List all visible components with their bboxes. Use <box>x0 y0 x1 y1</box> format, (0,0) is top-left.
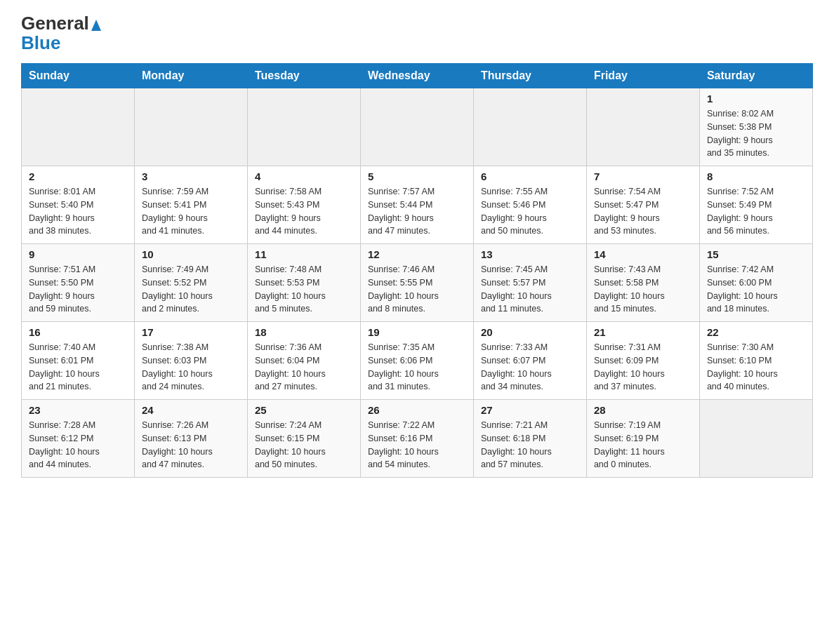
day-number: 6 <box>481 170 579 182</box>
day-number: 2 <box>29 170 127 182</box>
day-info: Sunrise: 7:36 AMSunset: 6:04 PMDaylight:… <box>255 341 353 394</box>
day-info: Sunrise: 7:33 AMSunset: 6:07 PMDaylight:… <box>481 341 579 394</box>
day-number: 7 <box>594 170 692 182</box>
weekday-header-thursday: Thursday <box>473 64 586 88</box>
day-number: 1 <box>707 93 805 105</box>
day-info: Sunrise: 7:22 AMSunset: 6:16 PMDaylight:… <box>368 419 466 471</box>
day-info: Sunrise: 7:24 AMSunset: 6:15 PMDaylight:… <box>255 419 353 471</box>
day-info: Sunrise: 7:46 AMSunset: 5:55 PMDaylight:… <box>368 263 466 316</box>
calendar-cell: 9Sunrise: 7:51 AMSunset: 5:50 PMDaylight… <box>22 244 135 322</box>
calendar-cell: 19Sunrise: 7:35 AMSunset: 6:06 PMDayligh… <box>360 322 473 400</box>
day-number: 22 <box>707 326 805 338</box>
day-info: Sunrise: 7:48 AMSunset: 5:53 PMDaylight:… <box>255 263 353 316</box>
day-number: 18 <box>255 326 353 338</box>
day-number: 21 <box>594 326 692 338</box>
day-info: Sunrise: 7:38 AMSunset: 6:03 PMDaylight:… <box>142 341 240 394</box>
day-number: 28 <box>594 404 692 416</box>
day-info: Sunrise: 7:59 AMSunset: 5:41 PMDaylight:… <box>142 185 240 238</box>
day-number: 10 <box>142 248 240 260</box>
calendar-cell <box>22 88 135 166</box>
day-number: 15 <box>707 248 805 260</box>
logo-general-text: General <box>21 14 101 34</box>
calendar-cell <box>586 88 699 166</box>
calendar-cell: 28Sunrise: 7:19 AMSunset: 6:19 PMDayligh… <box>586 400 699 478</box>
weekday-header-row: SundayMondayTuesdayWednesdayThursdayFrid… <box>22 64 813 88</box>
day-number: 20 <box>481 326 579 338</box>
day-number: 27 <box>481 404 579 416</box>
day-number: 24 <box>142 404 240 416</box>
calendar-cell: 14Sunrise: 7:43 AMSunset: 5:58 PMDayligh… <box>586 244 699 322</box>
calendar-cell: 1Sunrise: 8:02 AMSunset: 5:38 PMDaylight… <box>699 88 812 166</box>
calendar-cell <box>473 88 586 166</box>
day-number: 26 <box>368 404 466 416</box>
weekday-header-monday: Monday <box>134 64 247 88</box>
day-info: Sunrise: 7:30 AMSunset: 6:10 PMDaylight:… <box>707 341 805 394</box>
calendar-cell: 8Sunrise: 7:52 AMSunset: 5:49 PMDaylight… <box>699 166 812 244</box>
week-row-5: 23Sunrise: 7:28 AMSunset: 6:12 PMDayligh… <box>22 400 813 478</box>
calendar-cell: 16Sunrise: 7:40 AMSunset: 6:01 PMDayligh… <box>22 322 135 400</box>
calendar-cell: 17Sunrise: 7:38 AMSunset: 6:03 PMDayligh… <box>134 322 247 400</box>
weekday-header-sunday: Sunday <box>22 64 135 88</box>
day-info: Sunrise: 7:35 AMSunset: 6:06 PMDaylight:… <box>368 341 466 394</box>
calendar-cell: 6Sunrise: 7:55 AMSunset: 5:46 PMDaylight… <box>473 166 586 244</box>
weekday-header-wednesday: Wednesday <box>360 64 473 88</box>
day-info: Sunrise: 7:51 AMSunset: 5:50 PMDaylight:… <box>29 263 127 316</box>
calendar-cell: 13Sunrise: 7:45 AMSunset: 5:57 PMDayligh… <box>473 244 586 322</box>
calendar-cell: 4Sunrise: 7:58 AMSunset: 5:43 PMDaylight… <box>247 166 360 244</box>
day-number: 3 <box>142 170 240 182</box>
calendar-cell: 27Sunrise: 7:21 AMSunset: 6:18 PMDayligh… <box>473 400 586 478</box>
day-number: 19 <box>368 326 466 338</box>
day-number: 12 <box>368 248 466 260</box>
calendar-cell: 21Sunrise: 7:31 AMSunset: 6:09 PMDayligh… <box>586 322 699 400</box>
weekday-header-tuesday: Tuesday <box>247 64 360 88</box>
day-info: Sunrise: 7:52 AMSunset: 5:49 PMDaylight:… <box>707 185 805 238</box>
day-number: 16 <box>29 326 127 338</box>
weekday-header-saturday: Saturday <box>699 64 812 88</box>
calendar-cell: 7Sunrise: 7:54 AMSunset: 5:47 PMDaylight… <box>586 166 699 244</box>
week-row-2: 2Sunrise: 8:01 AMSunset: 5:40 PMDaylight… <box>22 166 813 244</box>
day-info: Sunrise: 7:28 AMSunset: 6:12 PMDaylight:… <box>29 419 127 471</box>
calendar-cell <box>699 400 812 478</box>
day-number: 11 <box>255 248 353 260</box>
calendar-cell: 22Sunrise: 7:30 AMSunset: 6:10 PMDayligh… <box>699 322 812 400</box>
day-info: Sunrise: 8:01 AMSunset: 5:40 PMDaylight:… <box>29 185 127 238</box>
day-info: Sunrise: 7:31 AMSunset: 6:09 PMDaylight:… <box>594 341 692 394</box>
day-number: 17 <box>142 326 240 338</box>
day-number: 23 <box>29 404 127 416</box>
weekday-header-friday: Friday <box>586 64 699 88</box>
day-info: Sunrise: 7:45 AMSunset: 5:57 PMDaylight:… <box>481 263 579 316</box>
day-info: Sunrise: 7:26 AMSunset: 6:13 PMDaylight:… <box>142 419 240 471</box>
day-info: Sunrise: 7:40 AMSunset: 6:01 PMDaylight:… <box>29 341 127 394</box>
calendar-cell: 15Sunrise: 7:42 AMSunset: 6:00 PMDayligh… <box>699 244 812 322</box>
calendar-cell: 2Sunrise: 8:01 AMSunset: 5:40 PMDaylight… <box>22 166 135 244</box>
day-info: Sunrise: 7:54 AMSunset: 5:47 PMDaylight:… <box>594 185 692 238</box>
day-info: Sunrise: 7:57 AMSunset: 5:44 PMDaylight:… <box>368 185 466 238</box>
calendar-cell: 20Sunrise: 7:33 AMSunset: 6:07 PMDayligh… <box>473 322 586 400</box>
calendar-cell: 26Sunrise: 7:22 AMSunset: 6:16 PMDayligh… <box>360 400 473 478</box>
day-number: 5 <box>368 170 466 182</box>
week-row-4: 16Sunrise: 7:40 AMSunset: 6:01 PMDayligh… <box>22 322 813 400</box>
day-info: Sunrise: 7:49 AMSunset: 5:52 PMDaylight:… <box>142 263 240 316</box>
calendar-cell: 11Sunrise: 7:48 AMSunset: 5:53 PMDayligh… <box>247 244 360 322</box>
logo: General Blue <box>21 14 101 52</box>
page-header: General Blue <box>21 14 813 52</box>
day-info: Sunrise: 7:42 AMSunset: 6:00 PMDaylight:… <box>707 263 805 316</box>
svg-marker-0 <box>91 20 101 31</box>
day-number: 4 <box>255 170 353 182</box>
calendar-cell: 18Sunrise: 7:36 AMSunset: 6:04 PMDayligh… <box>247 322 360 400</box>
day-number: 9 <box>29 248 127 260</box>
day-info: Sunrise: 7:19 AMSunset: 6:19 PMDaylight:… <box>594 419 692 471</box>
day-info: Sunrise: 7:21 AMSunset: 6:18 PMDaylight:… <box>481 419 579 471</box>
day-number: 8 <box>707 170 805 182</box>
week-row-1: 1Sunrise: 8:02 AMSunset: 5:38 PMDaylight… <box>22 88 813 166</box>
day-info: Sunrise: 7:58 AMSunset: 5:43 PMDaylight:… <box>255 185 353 238</box>
calendar-cell: 3Sunrise: 7:59 AMSunset: 5:41 PMDaylight… <box>134 166 247 244</box>
calendar-cell: 5Sunrise: 7:57 AMSunset: 5:44 PMDaylight… <box>360 166 473 244</box>
calendar-cell <box>247 88 360 166</box>
day-info: Sunrise: 7:55 AMSunset: 5:46 PMDaylight:… <box>481 185 579 238</box>
calendar-cell: 24Sunrise: 7:26 AMSunset: 6:13 PMDayligh… <box>134 400 247 478</box>
calendar-cell <box>134 88 247 166</box>
day-info: Sunrise: 8:02 AMSunset: 5:38 PMDaylight:… <box>707 107 805 160</box>
day-number: 13 <box>481 248 579 260</box>
calendar-cell: 23Sunrise: 7:28 AMSunset: 6:12 PMDayligh… <box>22 400 135 478</box>
